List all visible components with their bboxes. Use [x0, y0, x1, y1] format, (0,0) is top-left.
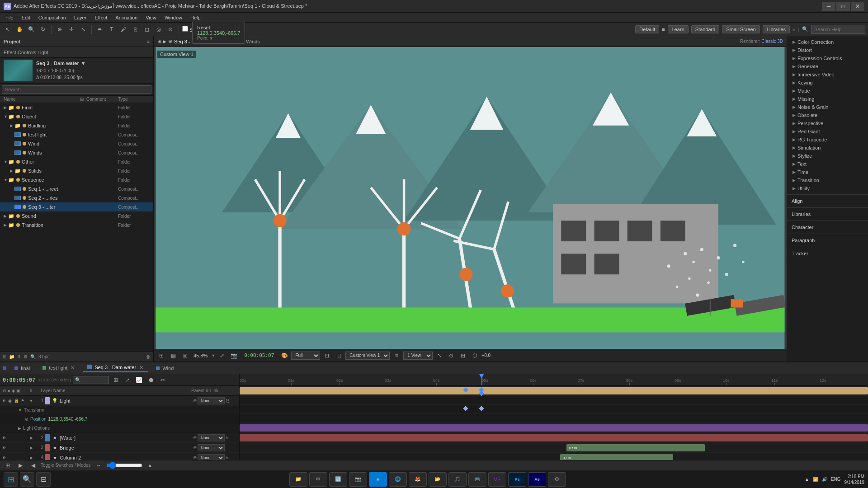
project-panel-menu[interactable]: ≡ [147, 39, 150, 44]
search-help-input[interactable] [811, 25, 865, 34]
menu-view[interactable]: View [142, 14, 160, 21]
effect-matte[interactable]: ▶ Matte [787, 87, 868, 95]
tree-arrow-final[interactable]: ▶ [4, 105, 8, 110]
paragraph-section-label[interactable]: Paragraph [787, 236, 868, 245]
tab-wind[interactable]: Wind [151, 365, 178, 372]
effect-color-correction[interactable]: ▶ Color Correction [787, 38, 868, 46]
viewer-compose-btn[interactable]: ⊙ [446, 351, 456, 361]
tl-bottom-btn2[interactable]: ▶ [15, 460, 25, 470]
start-button[interactable]: ⊞ [4, 472, 18, 487]
toggle-switches-label[interactable]: Toggle Switches / Modes [41, 463, 91, 468]
tool-roto[interactable]: ◎ [154, 24, 164, 34]
taskbar-app-files[interactable]: 📂 [429, 472, 447, 487]
character-section-label[interactable]: Character [787, 223, 868, 232]
view-layout-select[interactable]: Custom View 1 Custom View 2 Active Camer… [345, 352, 390, 360]
layer-3-expand[interactable]: ▶ [28, 446, 34, 450]
viewer-align-btn[interactable]: ⊞ [458, 351, 468, 361]
light-opts-arrow[interactable]: ▶ [18, 426, 21, 431]
tab-final[interactable]: final [10, 365, 34, 372]
effect-red-giant[interactable]: ▶ Red Giant [787, 127, 868, 136]
playhead[interactable] [481, 374, 482, 385]
layer-row-1[interactable]: 👁 ◉ 🔒 ⚑ ▼ 1 💡 Light ⊕ None [0, 396, 239, 406]
position-value[interactable]: 1128.0,3540,-666.7 [48, 417, 88, 422]
layer-1-eye[interactable]: 👁 [1, 398, 6, 404]
tl-bottom-navigate[interactable]: ↔ [94, 460, 104, 470]
menu-effect[interactable]: Effect [91, 14, 111, 21]
quality-select[interactable]: Full Half Third Quarter [291, 352, 320, 360]
menu-composition[interactable]: Composition [35, 14, 70, 21]
breadcrumb-winds[interactable]: Winds [246, 39, 260, 44]
taskbar-app-firefox[interactable]: 🦊 [409, 472, 427, 487]
layer-1-transform-row[interactable]: ▼ Transform [0, 406, 239, 415]
layer-row-4[interactable]: 👁 ▶ 4 ★ Column 2 ⊕ None fx [0, 453, 239, 460]
tool-anchor[interactable]: ⊕ [55, 24, 65, 34]
tab-test-light[interactable]: test light ✕ [38, 364, 79, 372]
tree-item-wind[interactable]: ▶ Wind Composi... [0, 139, 153, 148]
tree-arrow-solids[interactable]: ▶ [10, 169, 14, 173]
viewer-zoom-display[interactable]: 45.8% [192, 353, 209, 358]
effect-keying[interactable]: ▶ Keying [787, 79, 868, 87]
tab-seq3-close[interactable]: ✕ [139, 365, 143, 370]
effect-perspective[interactable]: ▶ Perspective [787, 119, 868, 127]
zoom-chevron[interactable]: ▼ [211, 353, 215, 358]
layer-2-lock[interactable] [14, 435, 19, 441]
layer-1-light-opts-row[interactable]: ▶ Light Options [0, 424, 239, 433]
layer-2-solo[interactable] [7, 435, 13, 441]
tree-item-seq2[interactable]: ▶ Seq 2 - ...ries Composi... [0, 193, 153, 202]
layer-row-2[interactable]: 👁 ▶ 2 ■ [Water] ⊕ None [0, 433, 239, 443]
tab-test-light-close[interactable]: ✕ [71, 365, 75, 371]
taskbar-app-media[interactable]: 🎵 [448, 472, 467, 487]
taskbar-sound[interactable]: 🔊 [822, 477, 827, 482]
tab-seq3[interactable]: Seq 3 - Dam water ✕ [83, 364, 148, 372]
tree-item-test-light[interactable]: ▶ test light Composi... [0, 130, 153, 139]
taskbar-app-explorer[interactable]: 📁 [289, 472, 307, 487]
tree-item-other[interactable]: ▼ 📁 Other Folder [0, 157, 153, 166]
viewer-expand-btn[interactable]: ⤡ [434, 351, 444, 361]
taskbar-network[interactable]: 📶 [813, 477, 818, 482]
tool-paint[interactable]: 🖌 [118, 24, 128, 34]
viewer-snapshot-btn[interactable]: 📷 [229, 351, 239, 361]
tool-clone[interactable]: ⎘ [130, 24, 140, 34]
tree-item-winds[interactable]: ▶ Winds Composi... [0, 148, 153, 157]
tl-bottom-btn1[interactable]: ⊞ [3, 460, 13, 470]
timeline-mask-btn[interactable]: ⬟ [146, 375, 156, 385]
tree-item-seq3[interactable]: ▶ Seq 3 - ...ter Composi... [0, 202, 153, 211]
taskbar-app-ae[interactable]: Ae [528, 472, 546, 487]
tool-rotate[interactable]: ↻ [38, 24, 48, 34]
search-taskbar-btn[interactable]: 🔍 [20, 472, 34, 487]
maximize-button[interactable]: □ [836, 2, 850, 11]
timeline-parent-btn[interactable]: ⊞ [111, 375, 121, 385]
project-search-input[interactable] [2, 85, 151, 94]
workspace-default[interactable]: Default [635, 25, 659, 33]
timeline-graph-btn[interactable]: 📈 [134, 375, 144, 385]
import-icon[interactable]: ⬆ [17, 354, 21, 359]
tree-item-final[interactable]: ▶ 📁 Final Folder [0, 103, 153, 112]
layer-row-3[interactable]: 👁 ▶ 3 ★ Bridge ⊕ None [0, 443, 239, 453]
layer-3-eye[interactable]: 👁 [1, 445, 6, 450]
close-button[interactable]: ✕ [851, 2, 864, 11]
effect-stylize[interactable]: ▶ Stylize [787, 152, 868, 160]
tool-select[interactable]: ↖ [3, 24, 13, 34]
effect-immersive-video[interactable]: ▶ Immersive Video [787, 70, 868, 79]
effect-noise-grain[interactable]: ▶ Noise & Grain [787, 103, 868, 111]
workspace-libraries[interactable]: Libraries [763, 25, 790, 33]
new-comp-icon[interactable]: ⊞ [3, 354, 6, 359]
tree-item-seq1[interactable]: ▶ Seq 1 - ...reet Composi... [0, 184, 153, 193]
tree-arrow-sound[interactable]: ▶ [4, 214, 8, 218]
menu-help[interactable]: Help [187, 14, 204, 21]
track-row-5[interactable]: TR In [240, 453, 868, 460]
taskbar-app-camera[interactable]: 📷 [349, 472, 367, 487]
tool-zoom[interactable]: 🔍 [26, 24, 36, 34]
menu-layer[interactable]: Layer [71, 14, 90, 21]
tree-arrow-buidling[interactable]: ▶ [10, 123, 14, 128]
viewer-3d-draft-btn[interactable]: ⬡ [470, 351, 480, 361]
effect-obsolete[interactable]: ▶ Obsolete [787, 111, 868, 119]
menu-edit[interactable]: Edit [18, 14, 34, 21]
tracker-section-label[interactable]: Tracker [787, 249, 868, 258]
tree-arrow-object[interactable]: ▼ [4, 114, 8, 119]
workspace-learn[interactable]: Learn [668, 25, 689, 33]
tree-item-solids[interactable]: ▶ 📁 Solids Folder [0, 166, 153, 175]
taskbar-app-chrome[interactable]: 🌐 [389, 472, 407, 487]
workspace-menu-icon[interactable]: ≡ [662, 27, 665, 32]
tool-scale[interactable]: ⤡ [78, 24, 88, 34]
